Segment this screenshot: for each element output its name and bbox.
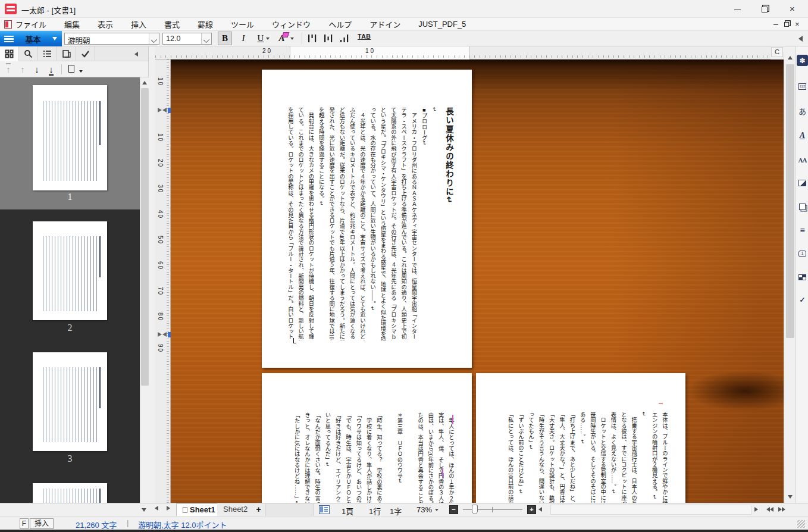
doc-minimize-icon[interactable] <box>773 24 778 25</box>
thumbnail-scrollbar[interactable] <box>140 77 149 503</box>
menu-item[interactable]: 書式 <box>164 18 180 30</box>
palette-flower-icon[interactable]: ✽ <box>797 55 808 66</box>
palette-font-icon[interactable]: AA <box>797 154 808 165</box>
ruler-c-button[interactable]: C <box>771 47 783 57</box>
palette-pen-icon[interactable]: A <box>797 130 808 141</box>
menu-item[interactable]: ウィンドウ <box>272 18 311 30</box>
hamburger-icon <box>4 36 14 42</box>
palette-checker-icon[interactable] <box>797 271 808 283</box>
zoom-in-button[interactable]: + <box>527 505 536 514</box>
tab-outline[interactable] <box>38 46 57 61</box>
margin-marker[interactable] <box>158 108 167 113</box>
italic-button[interactable]: I <box>236 32 250 45</box>
go-last-page-button[interactable]: ↓ <box>45 64 57 76</box>
go-prev-page-button[interactable]: ↑ <box>17 64 29 76</box>
doc-close-icon[interactable]: × <box>795 21 800 27</box>
zoom-level[interactable]: 73% <box>416 505 432 514</box>
palette-check-icon[interactable]: ✓ <box>797 294 808 305</box>
go-first-page-button[interactable]: ↑ <box>2 64 14 76</box>
mode-tab[interactable]: 基本 <box>0 31 62 46</box>
view-mode-icon[interactable] <box>319 505 330 514</box>
color-dropdown-icon[interactable] <box>290 37 294 40</box>
menu-item[interactable]: JUST_PDF_5 <box>418 20 466 29</box>
menu-item[interactable]: アドイン <box>369 18 400 30</box>
horizontal-ruler[interactable]: 20 10 <box>155 46 771 60</box>
vertical-scrollbar[interactable] <box>784 52 796 503</box>
text-column: ふだん使っているキロメートルで表すと、約40兆キロメートル。人間にとっては気が遠… <box>346 107 356 340</box>
underline-button[interactable]: U <box>254 32 273 45</box>
tab-button[interactable]: TAB <box>358 33 371 40</box>
horizontal-scrollbar[interactable] <box>550 505 751 515</box>
menu-item[interactable]: 挿入 <box>131 18 146 30</box>
align-center-button[interactable] <box>322 33 335 44</box>
go-next-page-button[interactable]: ↓ <box>31 64 43 76</box>
bold-button[interactable]: B <box>218 32 232 45</box>
sheet-tab-2[interactable]: Sheet2 <box>217 503 254 516</box>
zoom-slider-thumb[interactable] <box>472 505 478 514</box>
palette-kana-icon[interactable]: あ <box>797 105 808 117</box>
font-name-select[interactable]: 游明朝 <box>64 33 159 45</box>
vertical-ruler[interactable]: 10 10 20 30 40 50 60 70 80 90 <box>155 60 171 503</box>
palette-date-icon[interactable]: 112 <box>797 81 808 92</box>
font-dropdown-icon[interactable] <box>149 33 159 44</box>
hscroll-left-icon[interactable] <box>538 507 542 512</box>
menu-item[interactable]: ファイル <box>15 18 46 30</box>
menu-item[interactable]: 表示 <box>98 18 113 30</box>
scroll-down-button[interactable] <box>784 492 796 502</box>
font-color-button[interactable]: A <box>275 32 297 45</box>
scroll-up-button[interactable] <box>784 52 796 63</box>
window-resize-grip[interactable] <box>797 520 805 528</box>
menu-item[interactable]: ツール <box>231 18 254 30</box>
zoom-out-button[interactable]: − <box>449 505 458 514</box>
scrollbar-thumb[interactable] <box>786 64 794 338</box>
menu-item[interactable]: 罫線 <box>198 18 213 30</box>
thumbnail-scrollbar-thumb[interactable] <box>141 88 149 386</box>
tab-pages[interactable] <box>57 46 76 61</box>
minimize-button[interactable] <box>724 0 751 18</box>
prev-page-button[interactable] <box>766 507 773 512</box>
next-page-button[interactable] <box>778 507 785 512</box>
hscroll-right-icon[interactable] <box>754 507 758 512</box>
align-bottom-button[interactable] <box>338 33 351 44</box>
font-name-value: 游明朝 <box>68 35 90 46</box>
menu-item[interactable]: 編集 <box>64 18 80 30</box>
palette-memo-icon[interactable]: 1 <box>797 248 808 259</box>
document-canvas[interactable]: 長い夏休みの終わりに↵ ↵■プロローグ↵ アメリカ・フロリダ州にあるＮＡＳＡケネ… <box>171 60 784 503</box>
doc-restore-icon[interactable] <box>784 22 789 27</box>
palette-image-icon[interactable] <box>797 177 808 189</box>
page-view-options-button[interactable] <box>67 64 84 76</box>
sheet-prev-button[interactable] <box>155 506 158 511</box>
thumbnail-scroll-down-button[interactable] <box>138 505 150 515</box>
font-size-select[interactable]: 12.0 <box>162 33 212 45</box>
sheet-tab-1[interactable]: Sheet1 <box>176 503 222 516</box>
page-thumbnail[interactable] <box>33 483 107 503</box>
input-mode-indicator[interactable]: F <box>20 518 29 529</box>
document-page-1[interactable]: 長い夏休みの終わりに↵ ↵■プロローグ↵ アメリカ・フロリダ州にあるＮＡＳＡケネ… <box>262 70 472 368</box>
margin-marker[interactable] <box>158 332 167 337</box>
text-column: 由は、いまから20年前にさかのぼる。そ <box>425 412 435 503</box>
scroll-up-icon[interactable] <box>142 81 147 85</box>
page-thumbnail[interactable] <box>33 85 107 190</box>
menu-item[interactable]: ヘルプ <box>328 18 352 30</box>
restore-button[interactable] <box>751 0 778 18</box>
toolbar-collapse-button[interactable] <box>796 32 805 45</box>
page-thumbnail[interactable] <box>33 352 107 451</box>
palette-copies-icon[interactable] <box>797 201 808 212</box>
tab-search[interactable] <box>19 46 38 61</box>
underline-dropdown-icon[interactable] <box>266 37 270 40</box>
document-page-2[interactable]: 隼人にとっては、ほんの１年か２年の実は、隼人、僕、そして円香の３人は由は、いまか… <box>262 373 472 503</box>
page-thumbnail[interactable] <box>33 221 107 320</box>
tab-proof[interactable] <box>76 46 95 61</box>
close-button[interactable]: × <box>779 0 806 18</box>
insert-mode-indicator[interactable]: 挿入 <box>30 518 54 529</box>
document-page-3[interactable]: 本体は、ブルーのラインで鮮やかに縁取エンジンの噴射口が２機見える。↵↵ 搭乗する… <box>476 373 685 503</box>
align-top-button[interactable] <box>306 33 319 44</box>
palette-list-icon[interactable]: ≡ <box>797 224 808 236</box>
zoom-dropdown-icon[interactable] <box>435 509 439 511</box>
arrow-up-icon: ↑ <box>20 64 25 74</box>
size-dropdown-icon[interactable] <box>201 33 211 44</box>
sidebar-collapse-button[interactable] <box>126 46 146 61</box>
tab-thumbnails[interactable] <box>0 46 19 61</box>
sheet-next-button[interactable] <box>167 506 170 511</box>
add-sheet-button[interactable]: + <box>252 503 266 516</box>
